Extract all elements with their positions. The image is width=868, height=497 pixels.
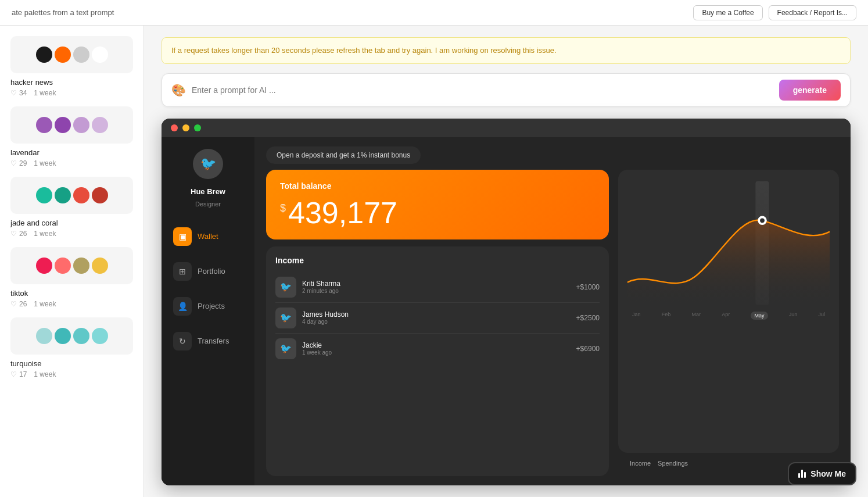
income-amount-1: +$1000 — [576, 283, 600, 291]
month-apr: Apr — [722, 312, 730, 320]
income-item-1: 🐦 Kriti Sharma 2 minutes ago +$1000 — [275, 272, 600, 303]
chart-months: Jan Feb Mar Apr May Jun Jul — [627, 312, 830, 320]
dashboard-preview: 🐦 Hue Brew Designer ▣ Wallet ⊞ Portfolio… — [162, 119, 851, 486]
palette-item[interactable]: jade and coral♡ 261 week — [6, 172, 138, 242]
income-amount-3: +$6900 — [576, 345, 600, 353]
color-dot — [55, 187, 71, 203]
palette-name: tiktok — [10, 289, 133, 298]
balance-card: Total balance $ 439,177 — [266, 170, 609, 239]
palette-item[interactable]: hacker news♡ 341 week — [6, 31, 138, 102]
feedback-button[interactable]: Feedback / Report Is... — [769, 5, 856, 20]
show-me-label: Show Me — [810, 469, 846, 478]
nav-item-portfolio[interactable]: ⊞ Portfolio — [162, 256, 254, 287]
show-me-widget[interactable]: Show Me — [788, 462, 856, 485]
color-dot — [36, 258, 52, 274]
prompt-input[interactable] — [192, 85, 773, 95]
income-info-2: James Hudson 4 day ago — [302, 310, 571, 325]
palette-name: lavendar — [10, 148, 133, 157]
income-info-1: Kriti Sharma 2 minutes ago — [302, 280, 571, 294]
main-content: hacker news♡ 341 weeklavendar♡ 291 weekj… — [0, 26, 868, 497]
month-jan: Jan — [632, 312, 641, 320]
palette-name: hacker news — [10, 78, 133, 87]
income-amount-2: +$2500 — [576, 314, 600, 322]
palette-time: 1 week — [34, 370, 56, 378]
palette-meta: ♡ 291 week — [10, 159, 133, 167]
palette-swatch — [10, 317, 133, 355]
income-title: Income — [275, 256, 600, 265]
palette-sidebar: hacker news♡ 341 weeklavendar♡ 291 weekj… — [0, 26, 144, 497]
projects-icon: 👤 — [173, 297, 192, 316]
palette-item[interactable]: lavendar♡ 291 week — [6, 102, 138, 172]
income-item-3: 🐦 Jackie 1 week ago +$6900 — [275, 334, 600, 364]
color-dot — [92, 258, 108, 274]
palette-swatch — [10, 247, 133, 284]
deposit-banner: Open a deposit and get a 1% instant bonu… — [266, 146, 421, 164]
generate-button[interactable]: generate — [779, 80, 841, 101]
top-bar: ate palettes from a text prompt Buy me a… — [0, 0, 868, 26]
palette-meta: ♡ 341 week — [10, 89, 133, 97]
income-time-2: 4 day ago — [302, 319, 571, 325]
palette-meta: ♡ 261 week — [10, 300, 133, 308]
palette-meta: ♡ 171 week — [10, 370, 133, 378]
income-item-2: 🐦 James Hudson 4 day ago +$2500 — [275, 303, 600, 334]
palette-likes: ♡ 26 — [10, 230, 27, 238]
prompt-input-row: 🎨 generate — [162, 73, 851, 107]
income-time-1: 2 minutes ago — [302, 288, 571, 294]
dash-sidebar: 🐦 Hue Brew Designer ▣ Wallet ⊞ Portfolio… — [162, 137, 254, 486]
palette-name: jade and coral — [10, 219, 133, 227]
color-dot — [55, 47, 71, 63]
nav-item-projects[interactable]: 👤 Projects — [162, 291, 254, 321]
palette-likes: ♡ 17 — [10, 370, 27, 378]
heart-icon: ♡ — [10, 89, 17, 97]
nav-label-wallet: Wallet — [198, 232, 218, 241]
buy-coffee-button[interactable]: Buy me a Coffee — [693, 5, 762, 20]
month-may: May — [751, 312, 767, 320]
palette-likes: ♡ 34 — [10, 89, 27, 97]
dashboard-titlebar — [162, 119, 851, 137]
transfers-icon: ↻ — [173, 332, 192, 351]
right-area: If a request takes longer than 20 second… — [144, 26, 868, 497]
dash-content-row: Total balance $ 439,177 Income � — [254, 170, 851, 486]
top-bar-description: ate palettes from a text prompt — [12, 8, 114, 17]
palette-time: 1 week — [34, 300, 56, 308]
dash-right-col: Jan Feb Mar Apr May Jun Jul — [618, 170, 839, 477]
nav-item-transfers[interactable]: ↻ Transfers — [162, 326, 254, 356]
color-dot — [73, 47, 89, 63]
color-dot — [36, 328, 52, 344]
palette-meta: ♡ 261 week — [10, 230, 133, 238]
income-card: Income 🐦 Kriti Sharma 2 minutes ago +$10… — [266, 246, 609, 477]
avatar: 🐦 — [193, 149, 223, 179]
color-dot — [55, 328, 71, 344]
palette-icon: 🎨 — [171, 83, 186, 97]
income-avatar-1: 🐦 — [275, 277, 296, 298]
warning-banner: If a request takes longer than 20 second… — [162, 37, 851, 64]
color-dot — [73, 117, 89, 133]
palette-item[interactable]: tiktok♡ 261 week — [6, 242, 138, 313]
palette-item[interactable]: turquoise♡ 171 week — [6, 313, 138, 383]
heart-icon: ♡ — [10, 370, 17, 378]
month-feb: Feb — [662, 312, 671, 320]
palette-time: 1 week — [34, 89, 56, 97]
month-mar: Mar — [692, 312, 701, 320]
nav-item-wallet[interactable]: ▣ Wallet — [162, 221, 254, 252]
balance-dollar: $ — [280, 202, 286, 214]
palette-name: turquoise — [10, 359, 133, 368]
nav-label-portfolio: Portfolio — [198, 267, 225, 276]
nav-label-projects: Projects — [198, 302, 225, 310]
month-jul: Jul — [818, 312, 825, 320]
balance-amount: $ 439,177 — [280, 198, 595, 228]
color-dot — [73, 328, 89, 344]
balance-label: Total balance — [280, 181, 595, 191]
portfolio-icon: ⊞ — [173, 262, 192, 281]
maximize-dot — [194, 124, 201, 131]
color-dot — [36, 187, 52, 203]
chart-svg — [627, 179, 830, 307]
minimize-dot — [182, 124, 189, 131]
dash-main: Open a deposit and get a 1% instant bonu… — [254, 137, 851, 486]
color-dot — [36, 47, 52, 63]
palette-list: hacker news♡ 341 weeklavendar♡ 291 weekj… — [6, 31, 138, 383]
user-role: Designer — [195, 201, 221, 208]
show-me-bars-icon — [798, 470, 806, 478]
color-dot — [55, 258, 71, 274]
income-name-2: James Hudson — [302, 310, 571, 319]
